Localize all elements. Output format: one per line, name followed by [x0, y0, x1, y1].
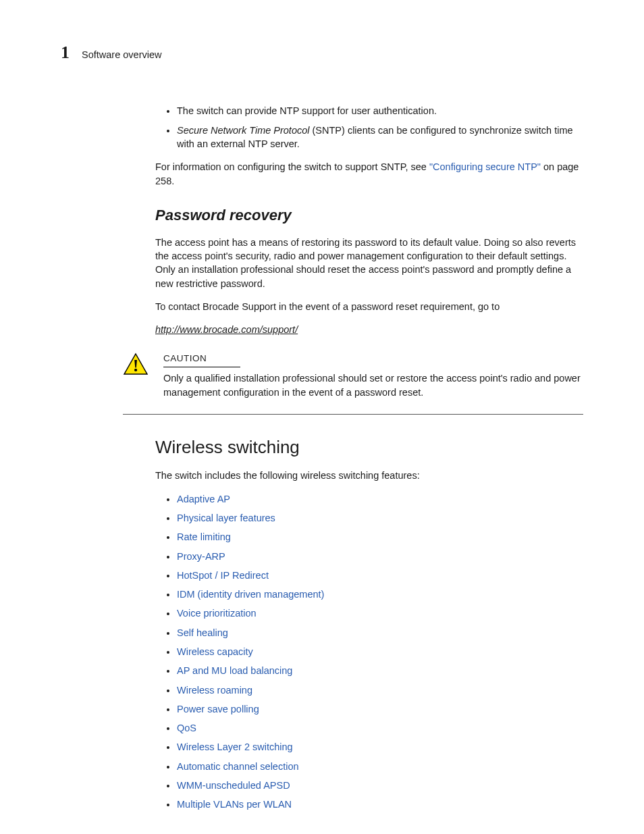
list-item: Wireless roaming [177, 683, 583, 697]
list-item: Wireless Layer 2 switching [177, 740, 583, 754]
caution-icon: ! [123, 353, 149, 379]
feature-link[interactable]: Wireless capacity [177, 646, 253, 657]
chapter-title: Software overview [82, 48, 161, 61]
feature-link[interactable]: Power save polling [177, 704, 259, 714]
list-item: Secure Network Time Protocol (SNTP) clie… [177, 124, 583, 151]
feature-link-list: Adaptive AP Physical layer features Rate… [155, 492, 583, 812]
paragraph: The access point has a means of restorin… [155, 236, 583, 290]
bullet-text: The switch can provide NTP support for u… [177, 105, 437, 116]
list-item: AP and MU load balancing [177, 664, 583, 677]
paragraph-text: For information on configuring the switc… [155, 161, 429, 172]
paragraph: The switch includes the following wirele… [155, 469, 583, 482]
intro-paragraph: For information on configuring the switc… [155, 160, 583, 188]
intro-bullet-list: The switch can provide NTP support for u… [155, 104, 583, 151]
feature-link[interactable]: Voice prioritization [177, 608, 257, 619]
list-item: Voice prioritization [177, 606, 583, 620]
feature-link[interactable]: QoS [177, 723, 196, 733]
section-heading-wireless-switching: Wireless switching [155, 435, 583, 459]
list-item: QoS [177, 721, 583, 735]
list-item: Physical layer features [177, 511, 583, 525]
cross-reference-link[interactable]: "Configuring secure NTP" [429, 161, 541, 172]
section-heading-password-recovery: Password recovery [155, 205, 583, 226]
svg-text:!: ! [133, 356, 139, 375]
list-item: HotSpot / IP Redirect [177, 569, 583, 582]
list-item: Self healing [177, 626, 583, 640]
list-item: WMM-unscheduled APSD [177, 779, 583, 792]
feature-link[interactable]: Self healing [177, 627, 228, 638]
caution-label: CAUTION [163, 353, 240, 367]
divider [123, 414, 583, 415]
list-item: Multiple VLANs per WLAN [177, 798, 583, 811]
caution-text: Only a qualified installation profession… [163, 371, 583, 399]
caution-body: CAUTION Only a qualified installation pr… [163, 351, 583, 398]
feature-link[interactable]: WMM-unscheduled APSD [177, 780, 290, 791]
feature-link[interactable]: Physical layer features [177, 513, 275, 523]
support-url-link[interactable]: http://www.brocade.com/support/ [155, 324, 298, 335]
list-item: Rate limiting [177, 530, 583, 544]
list-item: Automatic channel selection [177, 760, 583, 773]
list-item: Proxy-ARP [177, 550, 583, 563]
feature-link[interactable]: Automatic channel selection [177, 761, 299, 772]
list-item: Adaptive AP [177, 492, 583, 506]
list-item: IDM (identity driven management) [177, 588, 583, 601]
page-content: The switch can provide NTP support for u… [155, 104, 583, 811]
feature-link[interactable]: AP and MU load balancing [177, 665, 292, 676]
feature-link[interactable]: Wireless Layer 2 switching [177, 741, 293, 752]
paragraph: To contact Brocade Support in the event … [155, 300, 583, 313]
feature-link[interactable]: Proxy-ARP [177, 551, 225, 562]
feature-link[interactable]: Rate limiting [177, 531, 231, 542]
italic-term: Secure Network Time Protocol [177, 125, 310, 136]
feature-link[interactable]: IDM (identity driven management) [177, 589, 324, 600]
support-url-paragraph: http://www.brocade.com/support/ [155, 323, 583, 336]
chapter-number: 1 [61, 41, 70, 65]
feature-link[interactable]: Adaptive AP [177, 494, 230, 504]
list-item: Power save polling [177, 702, 583, 716]
list-item: Wireless capacity [177, 645, 583, 658]
page-header: 1 Software overview [61, 41, 583, 65]
list-item: The switch can provide NTP support for u… [177, 104, 583, 118]
caution-block: ! CAUTION Only a qualified installation … [123, 351, 583, 398]
feature-link[interactable]: Wireless roaming [177, 685, 252, 696]
feature-link[interactable]: HotSpot / IP Redirect [177, 570, 269, 581]
feature-link[interactable]: Multiple VLANs per WLAN [177, 799, 292, 810]
